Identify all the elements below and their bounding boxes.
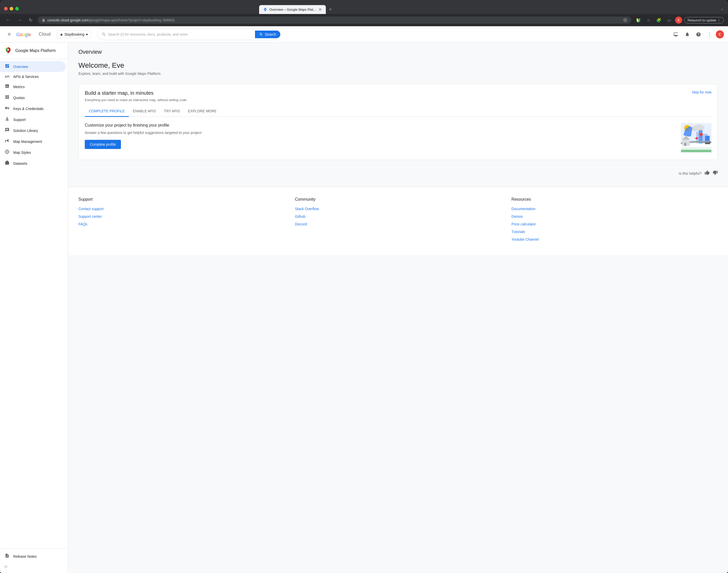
- main-content: Overview Welcome, Eve Explore, learn, an…: [68, 43, 728, 573]
- puzzle-icon[interactable]: 🧩: [655, 16, 663, 24]
- faqs-link[interactable]: FAQs: [78, 222, 285, 226]
- datasets-label: Datasets: [13, 161, 27, 165]
- price-calculator-link[interactable]: Price calculator: [511, 222, 718, 226]
- svg-rect-6: [5, 97, 7, 99]
- browser-icons: 🔰 ☆ 🧩 ▭ E Relaunch to update ⋮: [634, 16, 724, 24]
- browser-user-avatar[interactable]: E: [675, 16, 682, 24]
- svg-text:Google: Google: [16, 32, 31, 37]
- complete-profile-button[interactable]: Complete profile: [85, 140, 121, 149]
- keys-icon: [4, 106, 10, 111]
- browser-tab[interactable]: Overview – Google Maps Plat… ✕: [259, 5, 326, 14]
- datasets-icon: [4, 160, 10, 166]
- sidebar-item-support[interactable]: Support: [0, 114, 66, 125]
- dropdown-icon: ▾: [86, 32, 88, 37]
- discord-link[interactable]: Discord: [295, 222, 501, 226]
- notifications-icon[interactable]: [682, 29, 692, 40]
- support-title: Support: [78, 197, 285, 202]
- quotas-label: Quotas: [13, 96, 25, 100]
- refresh-button[interactable]: ↻: [26, 16, 35, 24]
- svg-rect-24: [681, 150, 712, 152]
- sidebar-item-map-styles[interactable]: Map Styles: [0, 147, 66, 158]
- github-link[interactable]: Github: [295, 214, 501, 218]
- sidebar-item-keys[interactable]: Keys & Credentials: [0, 103, 66, 114]
- search-button[interactable]: Search: [255, 31, 280, 38]
- hamburger-menu[interactable]: ≡: [4, 29, 14, 40]
- solution-icon: [4, 127, 10, 134]
- sidebar-icon[interactable]: ▭: [665, 16, 673, 24]
- sidebar-item-map-mgmt[interactable]: Map Management: [0, 136, 66, 147]
- community-title: Community: [295, 197, 501, 202]
- address-text: console.cloud.google.com/google/maps-api…: [47, 18, 621, 22]
- solution-label: Solution Library: [13, 128, 38, 133]
- sidebar-nav: Overview API APIs & Services Metrics: [0, 59, 68, 549]
- new-tab-button[interactable]: +: [327, 6, 334, 13]
- google-cloud-logo-svg: Google: [16, 31, 37, 38]
- sidebar-item-quotas[interactable]: Quotas: [0, 92, 66, 103]
- helpful-row: Is this helpful?: [78, 166, 718, 180]
- starter-card-subtitle: Everything you need to make an interacti…: [85, 98, 186, 102]
- support-label: Support: [13, 118, 26, 122]
- contact-support-link[interactable]: Contact support: [78, 207, 285, 211]
- tutorials-link[interactable]: Tutorials: [511, 230, 718, 234]
- tab-enable-apis[interactable]: ENABLE APIS: [129, 106, 160, 117]
- search-btn-icon: [259, 32, 263, 37]
- close-button[interactable]: [4, 7, 8, 10]
- tab-complete-profile[interactable]: COMPLETE PROFILE: [85, 106, 129, 117]
- tab-explore-more[interactable]: EXPLORE MORE: [184, 106, 221, 117]
- youtube-channel-link[interactable]: Youtube Channel: [511, 237, 718, 242]
- page-title: Overview: [78, 49, 718, 55]
- back-button[interactable]: ←: [4, 16, 12, 24]
- thumbs-up-button[interactable]: [705, 170, 710, 176]
- display-icon[interactable]: [671, 29, 681, 40]
- more-options-icon[interactable]: ⋮: [705, 29, 715, 40]
- svg-rect-4: [5, 95, 7, 97]
- extensions-icon[interactable]: 🔰: [634, 16, 642, 24]
- documentation-link[interactable]: Documentation: [511, 207, 718, 211]
- forward-button[interactable]: →: [15, 16, 23, 24]
- tab-try-apis[interactable]: TRY APIS: [160, 106, 184, 117]
- lock-icon: [42, 18, 45, 22]
- thumbs-down-icon: [713, 170, 718, 175]
- page-header: Overview: [78, 49, 718, 55]
- user-avatar[interactable]: E: [716, 30, 724, 39]
- support-icon: [4, 117, 10, 122]
- sidebar-product-title: Google Maps Platform: [15, 48, 56, 53]
- search-icon: [102, 32, 106, 37]
- help-icon[interactable]: [693, 29, 704, 40]
- collapse-icon: ◁: [4, 564, 7, 568]
- sidebar-item-metrics[interactable]: Metrics: [0, 81, 66, 92]
- tab-title: Overview – Google Maps Plat…: [269, 8, 317, 11]
- browser-chrome: Overview – Google Maps Plat… ✕ + ⌄ ← → ↻…: [0, 0, 728, 26]
- relaunch-menu-icon: ⋮: [717, 18, 721, 22]
- search-input[interactable]: [108, 32, 253, 37]
- sidebar-collapse-button[interactable]: ◁: [0, 562, 68, 571]
- sidebar-item-release-notes[interactable]: Release Notes: [0, 551, 66, 562]
- relaunch-button[interactable]: Relaunch to update ⋮: [684, 17, 724, 23]
- maximize-button[interactable]: [15, 7, 19, 10]
- sidebar-item-overview[interactable]: Overview: [0, 61, 66, 72]
- svg-rect-27: [684, 143, 686, 146]
- address-bar[interactable]: console.cloud.google.com/google/maps-api…: [38, 16, 631, 24]
- release-notes-icon: [4, 554, 10, 559]
- metrics-label: Metrics: [13, 85, 25, 89]
- support-section: Support Contact support Support center F…: [78, 197, 285, 245]
- project-selector[interactable]: ◈ StayBooking ▾: [57, 31, 91, 38]
- tab-content-title: Customize your project by finishing your…: [85, 123, 656, 127]
- minimize-button[interactable]: [10, 7, 13, 10]
- app-container: ≡ Google Cloud ◈ StayBooking ▾ Search: [0, 26, 728, 573]
- sidebar-item-apis[interactable]: API APIs & Services: [0, 72, 66, 81]
- tab-row: COMPLETE PROFILE ENABLE APIS TRY APIS EX…: [85, 106, 712, 117]
- search-bar: Search: [97, 29, 281, 40]
- thumbs-down-button[interactable]: [713, 170, 718, 176]
- demos-link[interactable]: Demos: [511, 214, 718, 218]
- google-cloud-logo: Google Cloud: [16, 31, 51, 38]
- project-icon: ◈: [60, 32, 63, 37]
- sidebar-item-solution[interactable]: Solution Library: [0, 125, 66, 136]
- sidebar-item-datasets[interactable]: Datasets: [0, 158, 66, 169]
- bookmark-icon[interactable]: ☆: [645, 16, 653, 24]
- thumbs-up-icon: [705, 170, 710, 175]
- support-center-link[interactable]: Support center: [78, 214, 285, 218]
- tab-close-icon[interactable]: ✕: [319, 7, 322, 12]
- skip-link[interactable]: Skip for now: [692, 90, 712, 94]
- stack-overflow-link[interactable]: Stack Overflow: [295, 207, 501, 211]
